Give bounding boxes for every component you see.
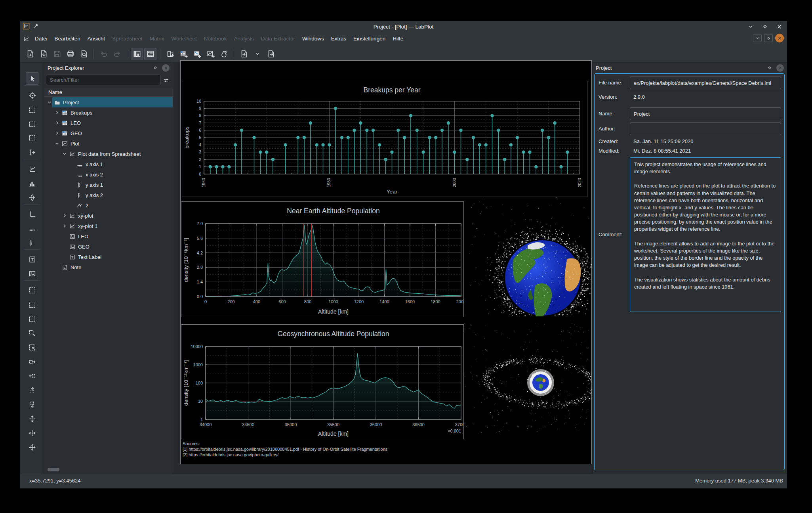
new-matrix-button[interactable] <box>191 48 203 60</box>
new-worksheet-button[interactable] <box>204 48 217 60</box>
new-spreadsheet-button[interactable] <box>177 48 190 60</box>
tree-column-header[interactable]: Name <box>44 88 173 97</box>
tool-shift-left[interactable] <box>26 369 38 382</box>
chevron-right-icon[interactable] <box>54 110 60 115</box>
tool-zoom-in-box[interactable] <box>26 341 38 354</box>
export-button[interactable] <box>265 48 277 60</box>
chevron-right-icon[interactable] <box>54 120 60 126</box>
dock-float-icon[interactable] <box>152 64 159 71</box>
filter-options-icon[interactable] <box>162 76 170 84</box>
menu-datei[interactable]: Datei <box>31 32 51 46</box>
tree-item-note[interactable]: Note <box>44 262 173 272</box>
minimize-button[interactable] <box>747 23 755 31</box>
tool-new-xy-plot[interactable] <box>26 163 38 175</box>
tool-new-axis-bottom[interactable] <box>26 222 38 235</box>
svg-text:density [10⁻⁸km⁻³]: density [10⁻⁸km⁻³] <box>183 238 189 282</box>
open-project-button[interactable] <box>37 48 50 60</box>
tool-expand-vertical[interactable] <box>26 412 38 425</box>
toggle-properties-explorer-button[interactable] <box>144 48 156 60</box>
plot-near-earth[interactable]: 0.01.42.84.25.67.00200400600800100012001… <box>181 201 464 317</box>
menu-bearbeiten[interactable]: Bearbeiten <box>51 32 84 46</box>
dock-close-icon[interactable] <box>162 64 170 72</box>
close-button[interactable] <box>775 23 783 31</box>
tool-select-region-c[interactable] <box>26 132 38 144</box>
tree-item-leo[interactable]: LEO <box>44 231 173 241</box>
tree-item-x-axis-2[interactable]: x axis 2 <box>44 169 173 180</box>
tree-spacer <box>62 234 67 239</box>
print-preview-button[interactable] <box>78 48 90 60</box>
tool-new-fourier[interactable] <box>26 191 38 204</box>
toggle-project-explorer-button[interactable] <box>131 48 143 60</box>
tree-item-y-axis-2[interactable]: y axis 2 <box>44 190 173 200</box>
print-button[interactable] <box>64 48 76 60</box>
search-input[interactable] <box>46 75 161 85</box>
geo-debris-image[interactable] <box>463 323 592 433</box>
chevron-right-icon[interactable] <box>62 213 67 218</box>
maximize-button[interactable] <box>761 23 769 31</box>
tool-expand-horizontal[interactable] <box>26 427 38 439</box>
tool-new-axis-left[interactable] <box>26 236 38 249</box>
import-dropdown[interactable] <box>251 48 263 60</box>
mdi-close-button[interactable] <box>775 34 784 42</box>
comment-textarea[interactable]: This project demonstrates the usage of r… <box>630 157 781 312</box>
tree-item-leo[interactable]: LEO <box>44 118 173 128</box>
tool-new-histogram[interactable] <box>26 177 38 190</box>
tree-item-xy-plot-1[interactable]: xy-plot 1 <box>44 221 173 231</box>
menu-extras[interactable]: Extras <box>328 32 350 46</box>
tool-zoom-region-c[interactable] <box>26 312 38 325</box>
new-project-button[interactable] <box>24 48 36 60</box>
leo-debris-image[interactable] <box>469 197 592 316</box>
tool-shift-down[interactable] <box>26 398 38 411</box>
tree-item-breakups[interactable]: Breakups <box>44 107 173 118</box>
menu-hilfe[interactable]: Hilfe <box>389 32 407 46</box>
tool-new-axis-corner[interactable] <box>26 208 38 220</box>
tree-item-geo[interactable]: GEO <box>44 128 173 138</box>
chevron-down-icon[interactable] <box>54 141 60 146</box>
worksheet[interactable]: 0123456789101960198020002020Breakups per… <box>180 60 592 464</box>
tool-new-text-label[interactable] <box>26 253 38 266</box>
tool-navigate-cursor[interactable] <box>26 72 38 85</box>
explorer-hscrollbar[interactable] <box>44 468 173 471</box>
tool-select-region-a[interactable] <box>26 103 38 116</box>
tool-zoom-out-box[interactable] <box>26 327 38 339</box>
tree-item-y-axis-1[interactable]: y axis 1 <box>44 180 173 190</box>
tool-shift-right[interactable] <box>26 355 38 368</box>
tree-item-plot-data-from-spreadsheet[interactable]: Plot data from Spreadsheet <box>44 149 173 159</box>
file-name-input[interactable] <box>630 77 781 89</box>
tool-cursor-line[interactable] <box>26 146 38 159</box>
mdi-restore-button[interactable] <box>764 34 773 42</box>
tool-zoom-target[interactable] <box>26 89 38 101</box>
titlebar[interactable]: Project - [Plot] — LabPlot <box>20 21 787 32</box>
dock-close-icon[interactable] <box>776 64 784 72</box>
tool-zoom-region-b[interactable] <box>26 298 38 311</box>
tree-item-xy-plot[interactable]: xy-plot <box>44 211 173 221</box>
tool-zoom-region-a[interactable] <box>26 284 38 297</box>
chevron-down-icon[interactable] <box>62 151 67 157</box>
color-theme-button[interactable] <box>218 48 230 60</box>
menu-ansicht[interactable]: Ansicht <box>84 32 109 46</box>
plot-breakups[interactable]: 0123456789101960198020002020Breakups per… <box>182 81 587 197</box>
menu-einstellungen[interactable]: Einstellungen <box>350 32 389 46</box>
chevron-right-icon[interactable] <box>54 130 60 136</box>
tree-item-text-label[interactable]: Text Label <box>44 252 173 262</box>
dock-float-icon[interactable] <box>766 64 773 71</box>
tree-item-project[interactable]: Project <box>44 97 173 107</box>
menu-windows[interactable]: Windows <box>299 32 328 46</box>
tree-item-geo[interactable]: GEO <box>44 241 173 252</box>
tool-shift-up[interactable] <box>26 384 38 396</box>
tool-new-image[interactable] <box>26 267 38 280</box>
chevron-down-icon[interactable] <box>47 100 52 105</box>
plot-geo[interactable]: 1101001000100003400034500350003550036000… <box>181 324 464 439</box>
author-input[interactable] <box>630 123 781 135</box>
name-input[interactable] <box>630 107 781 120</box>
new-workbook-button[interactable] <box>164 48 176 60</box>
mdi-minimize-button[interactable] <box>753 34 762 42</box>
tree-item-plot[interactable]: Plot <box>44 138 173 149</box>
import-button[interactable] <box>238 48 250 60</box>
tool-move-handles[interactable] <box>26 441 38 454</box>
tree-item-2[interactable]: 2 <box>44 200 173 211</box>
tool-select-region-b[interactable] <box>26 117 38 130</box>
menubar: DateiBearbeitenAnsichtSpreadsheetMatrixW… <box>20 32 787 46</box>
chevron-right-icon[interactable] <box>62 223 67 229</box>
tree-item-x-axis-1[interactable]: x axis 1 <box>44 159 173 169</box>
